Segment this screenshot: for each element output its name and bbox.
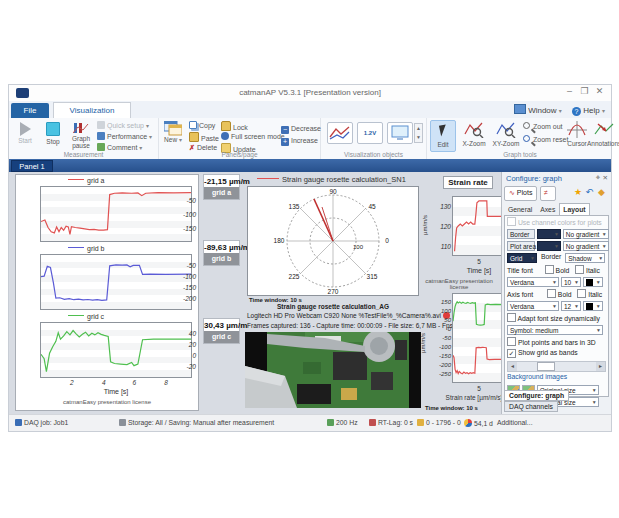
shadow-dropdown[interactable]: Shadow▼: [565, 253, 605, 263]
ribbon: Start Stop Graph pause Quick setup ▾ Per…: [9, 118, 611, 160]
start-button[interactable]: Start: [11, 120, 39, 144]
symbol-dropdown[interactable]: Symbol: medium▼: [507, 325, 603, 335]
border-color-dropdown[interactable]: ▼: [537, 229, 561, 239]
left-chart-panel[interactable]: grid a -50 -100 -150 grid b -50 -100 -15…: [15, 174, 199, 411]
plot-area-gradient-dropdown[interactable]: No gradient▼: [563, 241, 609, 251]
new-panel-button[interactable]: New ▾: [161, 120, 185, 143]
title-italic-checkbox[interactable]: [575, 265, 584, 274]
polar-angle-label: 225: [289, 273, 300, 280]
paste-button[interactable]: Paste: [189, 132, 219, 142]
vis-object-graph-button[interactable]: [327, 122, 353, 144]
zoom-reset-button[interactable]: Zoom reset: [523, 135, 568, 145]
status-additional[interactable]: Additional...: [497, 419, 533, 426]
xy-zoom-button[interactable]: XY-Zoom: [491, 120, 521, 147]
quick-setup-icon: [97, 121, 105, 129]
delete-icon: ✗: [189, 144, 195, 151]
strain-rate-bottom-block[interactable]: µm/m/s 150 100 50 0 -50 -100 -150 -200 -…: [425, 290, 509, 414]
plot-grid-a[interactable]: [40, 186, 192, 242]
border-gradient-dropdown[interactable]: No gradient▼: [563, 229, 609, 239]
decrease-button[interactable]: −Decrease: [281, 124, 321, 134]
title-size-dropdown[interactable]: 10▼: [561, 277, 581, 287]
value-display-grid-a[interactable]: -21,15 µm/m grid a: [203, 174, 240, 200]
strain-top-xtick: 5: [452, 258, 506, 265]
border-button[interactable]: Border: [507, 229, 535, 239]
vis-objects-spinner[interactable]: ▲▼: [414, 123, 423, 143]
copy-button[interactable]: Copy: [189, 121, 215, 131]
plot-grid-c[interactable]: [40, 322, 192, 378]
scrollbar-thumb[interactable]: [537, 362, 555, 371]
performance-button[interactable]: Performance ▾: [97, 132, 152, 142]
panel-tab-1[interactable]: Panel 1: [11, 160, 53, 172]
y-tick: 20: [189, 341, 196, 348]
stop-button[interactable]: Stop: [39, 120, 67, 145]
tab-file[interactable]: File: [11, 103, 49, 118]
lock-button[interactable]: Lock: [221, 121, 248, 131]
plot-area-color-dropdown[interactable]: ▼: [537, 241, 561, 251]
strain-rate-top-block[interactable]: Strain rate µm/m/s 130 120 110 5 Time [s…: [425, 174, 509, 290]
edit-tool-button[interactable]: Edit: [430, 120, 456, 152]
axis-italic-checkbox[interactable]: [577, 289, 586, 298]
configure-title: Configure: graph: [506, 174, 562, 183]
vis-object-monitor-button[interactable]: [387, 122, 413, 144]
graph-object-icon: [328, 123, 352, 143]
scroll-right-icon[interactable]: ►: [596, 362, 605, 371]
undo-icon[interactable]: ↶: [585, 187, 593, 197]
bottom-tab-configure-graph[interactable]: Configure: graph: [504, 390, 569, 401]
annotations-button[interactable]: Annotations: [587, 120, 619, 147]
legend-line-grid-b: [68, 247, 84, 248]
value-display-grid-b[interactable]: -89,63 µm/m grid b: [203, 240, 240, 266]
minimize-button[interactable]: –: [562, 86, 577, 96]
use-channel-colors-checkbox[interactable]: [507, 217, 516, 226]
close-button[interactable]: ✕: [592, 86, 607, 96]
maximize-button[interactable]: ❐: [577, 86, 592, 96]
screenshot-root: catmanAP V5.3.1 [Presentation version] –…: [0, 0, 619, 518]
cursor-tool-icon: [567, 121, 587, 138]
bottom-tab-daq-channels[interactable]: DAQ channels: [504, 401, 558, 412]
x-axis-ticks: 2 4 6 8: [40, 378, 192, 387]
value-display-grid-c[interactable]: 30,43 µm/m grid c: [203, 318, 240, 344]
camera-block[interactable]: Logitech HD Pro Webcam C920 None %TestFi…: [243, 310, 423, 412]
x-zoom-button[interactable]: X-Zoom: [459, 120, 489, 147]
award-icon[interactable]: ◆: [598, 187, 605, 197]
quick-setup-button[interactable]: Quick setup ▾: [97, 121, 149, 131]
panel-close-icon[interactable]: ✕: [603, 174, 608, 181]
tab-visualization[interactable]: Visualization: [53, 102, 131, 118]
border-label: Border: [541, 253, 561, 260]
help-menu[interactable]: ? Help ▾: [572, 106, 605, 115]
axis-font-dropdown[interactable]: Verdana▼: [507, 301, 559, 311]
window-menu[interactable]: Window ▾: [514, 106, 562, 115]
title-bold-checkbox[interactable]: [545, 265, 554, 274]
grid-bands-checkbox[interactable]: ✓: [507, 349, 516, 358]
y-tick: 110: [441, 243, 451, 250]
plot-strain-top[interactable]: [452, 196, 506, 256]
vis-object-digital-button[interactable]: 1.2V: [357, 122, 383, 144]
polar-chart-block[interactable]: Strain gauge rosette calculation_SN1: [243, 174, 423, 308]
plot-3d-checkbox[interactable]: [507, 337, 516, 346]
axis-bold-checkbox[interactable]: [547, 289, 556, 298]
favorite-icon[interactable]: ★: [574, 187, 582, 197]
increase-button[interactable]: +Increase: [281, 136, 318, 146]
zoom-out-button[interactable]: Zoom out: [523, 122, 563, 132]
fullscreen-button[interactable]: Full screen mode: [221, 132, 285, 142]
band-intensity-scrollbar[interactable]: ◄ ►: [507, 361, 606, 372]
pin-icon[interactable]: ⌖: [596, 173, 601, 182]
title-font-dropdown[interactable]: Verdana▼: [507, 277, 559, 287]
plots-button[interactable]: ∿ Plots: [504, 186, 537, 201]
grid-color-dropdown[interactable]: Grid▼: [507, 253, 537, 263]
scroll-left-icon[interactable]: ◄: [508, 362, 517, 371]
status-storage: Storage: All / Saving: Manual after meas…: [119, 419, 274, 426]
plot-area-button[interactable]: Plot area: [507, 241, 535, 251]
plot-grid-b[interactable]: [40, 254, 192, 310]
axis-size-dropdown[interactable]: 12▼: [561, 301, 581, 311]
window-icon: [514, 104, 526, 114]
plots-alt-button[interactable]: ≠: [540, 186, 556, 201]
plot-strain-bottom[interactable]: [452, 293, 506, 383]
pcb-image: [245, 332, 421, 408]
graph-pause-button[interactable]: Graph pause: [67, 120, 95, 149]
adapt-font-checkbox[interactable]: [507, 313, 516, 322]
annotations-icon: [594, 121, 614, 138]
cursor-tool-button[interactable]: Cursor: [565, 120, 589, 147]
y-tick: -200: [439, 362, 451, 368]
axis-color-dropdown[interactable]: ▼: [583, 301, 603, 311]
title-color-dropdown[interactable]: ▼: [583, 277, 603, 287]
